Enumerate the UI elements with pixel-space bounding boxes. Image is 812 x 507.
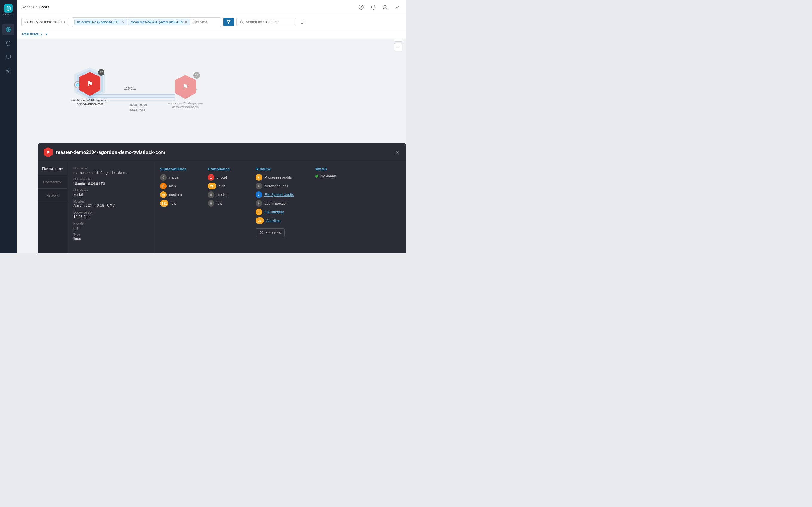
- filter-chip-region[interactable]: us-central1-a (Regions/GCP) ✕: [74, 19, 127, 25]
- runtime-log-badge: 0: [256, 200, 262, 207]
- runtime-proc-row: 6 Processes audits: [256, 174, 306, 181]
- svg-point-6: [7, 70, 9, 71]
- tab-risk-summary[interactable]: Risk summary: [38, 162, 67, 175]
- runtime-fi-badge: 1: [256, 209, 262, 215]
- zoom-out-button[interactable]: −: [394, 43, 402, 51]
- hostname-value: master-demo2104-sgordon-dem...: [73, 171, 148, 175]
- toolbar: Color by: Vulnerabilities ▼ us-central1-…: [17, 14, 406, 30]
- runtime-act-label[interactable]: Activities: [266, 219, 280, 223]
- detail-metrics: Vulnerabilities 0 critical 8 high 29 med…: [154, 162, 406, 253]
- search-expand-icon[interactable]: [299, 18, 307, 26]
- port-label-mid1: 9998, 10250: [130, 104, 147, 107]
- compliance-section: Compliance 1 critical 22 high 0 medium: [208, 167, 247, 249]
- info-row-os-release: OS release xenial: [73, 189, 148, 197]
- type-value: linux: [73, 237, 148, 241]
- chart-icon[interactable]: [393, 3, 401, 11]
- docker-value: 18.06.2-ce: [73, 215, 148, 219]
- svg-point-8: [384, 5, 386, 7]
- search-box: [237, 18, 296, 26]
- vuln-critical-label: critical: [169, 175, 179, 179]
- total-filters-label[interactable]: Total filters: 2: [21, 32, 43, 37]
- user-icon[interactable]: [381, 3, 389, 11]
- type-label: Type: [73, 233, 148, 236]
- sidebar: CLOUD: [0, 0, 17, 253]
- svg-point-4: [8, 29, 9, 30]
- node-worker-wifi-icon: [194, 72, 200, 79]
- sidebar-item-monitor[interactable]: [2, 51, 14, 63]
- bell-icon[interactable]: [369, 3, 377, 11]
- comp-low-row: 0 low: [208, 200, 247, 207]
- runtime-title[interactable]: Runtime: [256, 167, 306, 171]
- zoom-in-button[interactable]: +: [394, 39, 402, 42]
- runtime-fs-badge: 2: [256, 191, 262, 198]
- os-release-value: xenial: [73, 193, 148, 197]
- vuln-high-row: 8 high: [160, 183, 199, 189]
- filter-apply-button[interactable]: [223, 18, 234, 26]
- filter-box: us-central1-a (Regions/GCP) ✕ cto-demos-…: [72, 17, 221, 27]
- runtime-fs-label[interactable]: File System audits: [264, 193, 294, 197]
- info-row-hostname: Hostname master-demo2104-sgordon-dem...: [73, 167, 148, 175]
- help-icon[interactable]: [357, 3, 365, 11]
- runtime-log-row: 0 Log inspection: [256, 200, 306, 207]
- tab-network[interactable]: Network: [38, 189, 67, 202]
- header: Radars / Hosts: [17, 0, 406, 14]
- breadcrumb: Radars / Hosts: [21, 5, 50, 9]
- os-dist-value: Ubuntu 16.04.6 LTS: [73, 182, 148, 186]
- node-master[interactable]: ⚑ 🌐 master-demo2104-sgordon-demo-twistlo…: [70, 72, 109, 106]
- waas-title[interactable]: WAAS: [315, 167, 354, 171]
- comp-high-badge: 22: [208, 183, 216, 189]
- node-worker[interactable]: ⚑ node-demo2104-sgordon-demo-twistlock-c…: [166, 75, 205, 109]
- svg-marker-1: [7, 7, 10, 10]
- node-master-icon-wrapper: ⚑ 🌐: [80, 72, 100, 96]
- port-label-mid2: 6443, 2514: [130, 109, 145, 112]
- comp-low-badge: 0: [208, 200, 214, 207]
- chevron-down-icon: ▼: [63, 20, 66, 24]
- info-row-docker: Docker version 18.06.2-ce: [73, 211, 148, 219]
- vuln-critical-row: 0 critical: [160, 174, 199, 181]
- sidebar-item-radar[interactable]: [2, 23, 14, 36]
- comp-critical-row: 1 critical: [208, 174, 247, 181]
- runtime-net-label: Network audits: [264, 184, 288, 188]
- forensics-button[interactable]: Forensics: [256, 228, 285, 237]
- vuln-medium-row: 29 medium: [160, 191, 199, 198]
- tab-environment[interactable]: Environment: [38, 175, 67, 189]
- search-input[interactable]: [246, 20, 293, 24]
- color-by-select[interactable]: Color by: Vulnerabilities ▼: [21, 18, 69, 26]
- search-icon: [240, 20, 244, 24]
- runtime-act-row: 27 Activities: [256, 217, 306, 224]
- detail-header: ⚑ master-demo2104-sgordon-demo-twistlock…: [38, 143, 406, 162]
- sidebar-item-settings[interactable]: [2, 65, 14, 77]
- filter-chip-account[interactable]: cto-demos-245420 (Accounts/GCP) ✕: [128, 19, 190, 25]
- vuln-medium-label: medium: [169, 193, 182, 197]
- sidebar-item-security[interactable]: [2, 37, 14, 49]
- vuln-low-label: low: [171, 201, 176, 206]
- hostname-label: Hostname: [73, 167, 148, 170]
- total-filters-chevron[interactable]: ▼: [45, 33, 48, 36]
- filter-input[interactable]: [191, 20, 218, 24]
- header-actions: [357, 3, 401, 11]
- vuln-low-row: 231 low: [160, 200, 199, 207]
- waas-status-dot: [315, 175, 318, 178]
- vuln-low-badge: 231: [160, 200, 168, 207]
- node-worker-icon-wrapper: ⚑: [175, 75, 196, 99]
- vulnerabilities-title[interactable]: Vulnerabilities: [160, 167, 199, 171]
- vuln-high-label: high: [169, 184, 176, 188]
- breadcrumb-separator: /: [36, 5, 37, 9]
- filter-chip-region-remove[interactable]: ✕: [121, 20, 124, 24]
- detail-close-button[interactable]: ×: [394, 149, 400, 156]
- breadcrumb-parent[interactable]: Radars: [21, 5, 34, 9]
- detail-body: Risk summary Environment Network Hostnam…: [38, 162, 406, 253]
- filter-chip-account-remove[interactable]: ✕: [185, 20, 188, 24]
- runtime-section: Runtime 6 Processes audits 0 Network aud…: [256, 167, 306, 249]
- waas-status-row: No events: [315, 174, 354, 178]
- comp-high-label: high: [218, 184, 225, 188]
- waas-status-label: No events: [321, 174, 337, 178]
- vuln-critical-badge: 0: [160, 174, 166, 181]
- runtime-fi-label[interactable]: File integrity: [264, 210, 284, 214]
- modified-label: Modified: [73, 200, 148, 203]
- vulnerabilities-section: Vulnerabilities 0 critical 8 high 29 med…: [160, 167, 199, 249]
- runtime-net-badge: 0: [256, 183, 262, 189]
- comp-medium-badge: 0: [208, 191, 214, 198]
- compliance-title[interactable]: Compliance: [208, 167, 247, 171]
- runtime-proc-badge: 6: [256, 174, 262, 181]
